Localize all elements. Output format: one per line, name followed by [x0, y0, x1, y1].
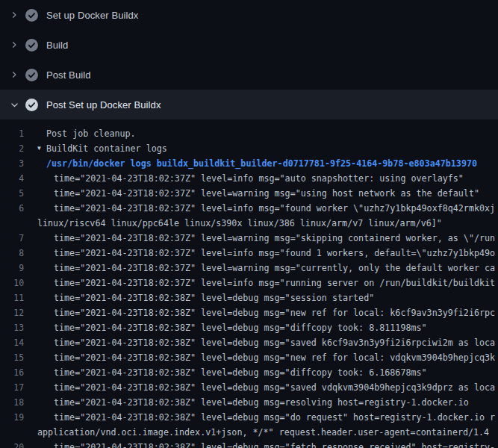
log-line-number[interactable]: 5	[0, 186, 24, 201]
log-line: 14 time="2021-04-23T18:02:38Z" level=deb…	[0, 335, 498, 350]
step-section-post-set-up-docker-buildx[interactable]: Post Set up Docker Buildx	[0, 90, 498, 119]
step-section-post-build[interactable]: Post Build	[0, 60, 498, 90]
log-line: 17 time="2021-04-23T18:02:38Z" level=deb…	[0, 380, 498, 395]
log-line: linux/riscv64 linux/ppc64le linux/s390x …	[0, 216, 498, 231]
log-line: 7 time="2021-04-23T18:02:37Z" level=warn…	[0, 231, 498, 246]
log-line-number[interactable]: 15	[0, 350, 24, 365]
log-line: 8 time="2021-04-23T18:02:37Z" level=info…	[0, 246, 498, 261]
chevron-down-icon	[9, 99, 19, 110]
log-line-text: time="2021-04-23T18:02:38Z" level=debug …	[54, 365, 427, 380]
log-line-text: time="2021-04-23T18:02:37Z" level=warnin…	[54, 186, 479, 201]
log-line-text: time="2021-04-23T18:02:38Z" level=debug …	[54, 320, 427, 335]
log-line-text: time="2021-04-23T18:02:37Z" level=warnin…	[54, 261, 495, 276]
step-title: Build	[46, 40, 68, 51]
step-section-build[interactable]: Build	[0, 30, 498, 60]
log-line: application/vnd.oci.image.index.v1+json,…	[0, 425, 498, 440]
log-line: 15 time="2021-04-23T18:02:38Z" level=deb…	[0, 350, 498, 365]
log-line-text: time="2021-04-23T18:02:38Z" level=debug …	[54, 395, 469, 410]
step-title: Post Build	[46, 69, 91, 81]
log-line: 16 time="2021-04-23T18:02:38Z" level=deb…	[0, 365, 498, 380]
log-line-number[interactable]: 14	[0, 335, 24, 350]
log-line-number[interactable]: 9	[0, 261, 24, 276]
log-line-text: time="2021-04-23T18:02:38Z" level=debug …	[54, 410, 495, 425]
log-line-text: time="2021-04-23T18:02:38Z" level=debug …	[54, 335, 495, 350]
log-line: 1 Post job cleanup.	[0, 126, 498, 141]
log-line-number[interactable]: 19	[0, 410, 24, 425]
log-line-number[interactable]: 6	[0, 201, 24, 216]
step-section-set-up-docker-buildx[interactable]: Set up Docker Buildx	[0, 0, 498, 30]
log-line-text: linux/riscv64 linux/ppc64le linux/s390x …	[37, 216, 442, 231]
log-line: 9 time="2021-04-23T18:02:37Z" level=warn…	[0, 261, 498, 276]
log-line-number[interactable]: 8	[0, 246, 24, 261]
log-area: 1 Post job cleanup. 2 ▼ BuildKit contain…	[0, 119, 498, 448]
chevron-right-icon	[9, 69, 19, 80]
log-line-number[interactable]: 4	[0, 171, 24, 186]
log-line: 4 time="2021-04-23T18:02:37Z" level=info…	[0, 171, 498, 186]
log-line-number[interactable]: 17	[0, 380, 24, 395]
log-line-number[interactable]: 16	[0, 365, 24, 380]
log-line-number[interactable]: 7	[0, 231, 24, 246]
log-line-number[interactable]: 20	[0, 440, 24, 448]
log-line-number[interactable]: 1	[0, 126, 24, 141]
log-line: 5 time="2021-04-23T18:02:37Z" level=warn…	[0, 186, 498, 201]
step-title: Set up Docker Buildx	[46, 10, 138, 21]
log-line-text: time="2021-04-23T18:02:38Z" level=debug …	[54, 440, 495, 448]
log-line: 19 time="2021-04-23T18:02:38Z" level=deb…	[0, 410, 498, 425]
check-circle-icon	[25, 99, 38, 111]
log-line: 13 time="2021-04-23T18:02:38Z" level=deb…	[0, 320, 498, 335]
log-line: 10 time="2021-04-23T18:02:37Z" level=inf…	[0, 276, 498, 290]
log-line: 3 /usr/bin/docker logs buildx_buildkit_b…	[0, 156, 498, 171]
check-circle-icon	[25, 39, 38, 52]
check-circle-icon	[25, 69, 38, 81]
log-line-text: time="2021-04-23T18:02:37Z" level=info m…	[54, 246, 495, 261]
log-line-text: time="2021-04-23T18:02:37Z" level=info m…	[54, 276, 495, 290]
log-line-number[interactable]: 13	[0, 320, 24, 335]
log-line-text: time="2021-04-23T18:02:37Z" level=info m…	[54, 201, 495, 216]
log-line-number[interactable]: 2	[0, 141, 24, 156]
log-line-text: application/vnd.oci.image.index.v1+json,…	[37, 425, 489, 440]
log-line: 6 time="2021-04-23T18:02:37Z" level=info…	[0, 201, 498, 216]
steps-list: Set up Docker Buildx Build Post Build Po…	[0, 0, 498, 119]
log-line-text: time="2021-04-23T18:02:37Z" level=info m…	[54, 171, 464, 186]
log-line: 12 time="2021-04-23T18:02:38Z" level=deb…	[0, 305, 498, 320]
chevron-right-icon	[9, 40, 19, 50]
chevron-right-icon	[9, 10, 19, 20]
log-line-text: time="2021-04-23T18:02:38Z" level=debug …	[54, 350, 495, 365]
log-line-number[interactable]: 10	[0, 276, 24, 290]
log-line-text: time="2021-04-23T18:02:38Z" level=debug …	[54, 305, 495, 320]
group-collapse-triangle-icon[interactable]: ▼	[37, 141, 46, 156]
log-line: 20 time="2021-04-23T18:02:38Z" level=deb…	[0, 440, 498, 448]
log-line-number[interactable]: 18	[0, 395, 24, 410]
log-line-number[interactable]: 3	[0, 156, 24, 171]
log-line-text: Post job cleanup.	[46, 126, 136, 141]
actions-log-viewer: Set up Docker Buildx Build Post Build Po…	[0, 0, 498, 448]
log-line-text: BuildKit container logs	[46, 141, 167, 156]
log-line-number[interactable]: 12	[0, 305, 24, 320]
log-line: 18 time="2021-04-23T18:02:38Z" level=deb…	[0, 395, 498, 410]
log-line: 11 time="2021-04-23T18:02:38Z" level=deb…	[0, 290, 498, 305]
log-line-text: /usr/bin/docker logs buildx_buildkit_bui…	[46, 156, 477, 171]
log-line-text: time="2021-04-23T18:02:38Z" level=debug …	[54, 290, 374, 305]
log-line-text: time="2021-04-23T18:02:37Z" level=warnin…	[54, 231, 495, 246]
log-line-number[interactable]: 11	[0, 290, 24, 305]
log-line-text: time="2021-04-23T18:02:38Z" level=debug …	[54, 380, 495, 395]
check-circle-icon	[25, 9, 38, 22]
log-line: 2 ▼ BuildKit container logs	[0, 141, 498, 156]
step-title: Post Set up Docker Buildx	[46, 99, 161, 111]
